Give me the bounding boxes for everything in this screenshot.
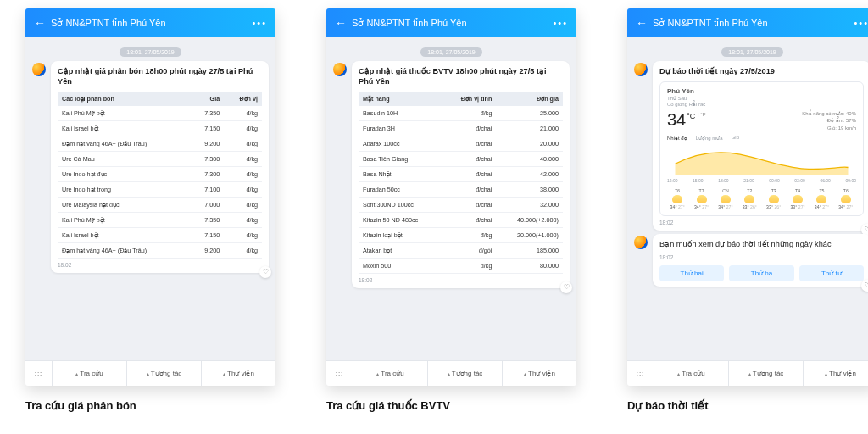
message-time: 18:02 [58, 262, 262, 268]
table-row: Ure Cà Mau7.300đ/kg [58, 151, 262, 166]
quick-reply-row: Thứ hai Thứ ba Thứ tư [659, 265, 864, 281]
tab-tuongtac[interactable]: ▴Tương tác [729, 361, 804, 386]
weather-card: Phú Yên Thứ SáuCó giông Rải rác 34°C | °… [659, 81, 864, 216]
card-title: Cập nhật giá phân bón 18h00 phút ngày 27… [58, 67, 262, 87]
react-icon[interactable]: ♡ [560, 281, 572, 293]
table-row: Moxin 500đ/kg80.000 [359, 258, 563, 273]
table-row: Furadan 3Hđ/chai21.000 [359, 120, 563, 136]
message-time: 18:02 [659, 254, 864, 260]
table-row: Kali Israel bột7.150đ/kg [58, 227, 262, 242]
avatar [634, 63, 648, 76]
header-title: Sở NN&PTNT tỉnh Phú Yên [51, 18, 252, 29]
panel-caption: Tra cứu giá phân bón [25, 399, 275, 412]
quick-reply-chip[interactable]: Thứ hai [659, 265, 724, 281]
price-card: Cập nhật giá phân bón 18h00 phút ngày 27… [51, 61, 269, 273]
table-row: Đạm hạt vàng 46A+ (Đầu Trâu)9.200đ/kg [58, 242, 262, 258]
date-divider: 18:01, 27/05/2019 [634, 42, 868, 58]
table-row: Furadan 50ccđ/chai38.000 [359, 181, 563, 197]
weather-icon [841, 195, 851, 203]
chat-header: ← Sở NN&PTNT tỉnh Phú Yên ••• [627, 8, 868, 37]
forecast-day: T534° 27° [811, 188, 832, 210]
tab-thuvien[interactable]: ▴Thư viện [202, 361, 275, 386]
react-icon[interactable]: ♡ [259, 266, 271, 278]
weather-icon [816, 195, 826, 203]
table-row: Sofit 300ND 100ccđ/chai32.000 [359, 197, 563, 212]
pesticide-price-table: Mặt hàng Đơn vị tính Đơn giá Basudin 10H… [359, 92, 563, 274]
price-card: Cập nhật giá thuốc BVTV 18h00 phút ngày … [352, 61, 570, 288]
forecast-day: CN34° 27° [715, 188, 736, 210]
followup-text: Bạn muốn xem dự báo thời tiết những ngày… [659, 240, 864, 250]
tab-thuvien[interactable]: ▴Thư viện [503, 361, 576, 386]
tab-tuongtac[interactable]: ▴Tương tác [127, 361, 202, 386]
table-row: Kitazin 50 ND 480ccđ/chai40.000(+2.000) [359, 212, 563, 227]
table-row: Kali Phú Mỹ bột7.350đ/kg [58, 212, 262, 227]
forecast-day: T333° 26° [764, 188, 784, 210]
more-icon[interactable]: ••• [553, 18, 568, 28]
avatar [634, 236, 648, 249]
followup-bubble: Bạn muốn xem dự báo thời tiết những ngày… [653, 234, 868, 287]
panel-caption: Tra cứu giá thuốc BVTV [326, 399, 576, 412]
table-row: Kitazin loại bộtđ/kg20.000(+1.000) [359, 227, 563, 242]
react-icon[interactable]: ♡ [861, 280, 868, 292]
table-row: Ure Malaysia hạt đục7.000đ/kg [58, 197, 262, 212]
table-row: Atakan bộtđ/gói185.000 [359, 242, 563, 258]
message: Cập nhật giá thuốc BVTV 18h00 phút ngày … [333, 61, 570, 288]
panel-caption: Dự báo thời tiết [627, 399, 868, 412]
bottom-bar: ::: ▴Tra cứu ▴Tương tác ▴Thư viện [25, 360, 275, 386]
message-followup: Bạn muốn xem dự báo thời tiết những ngày… [634, 234, 868, 287]
bottom-bar: ::: ▴Tra cứu ▴Tương tác ▴Thư viện [326, 360, 576, 386]
tab-thuvien[interactable]: ▴Thư viện [804, 361, 868, 386]
table-row: Abafax 100ccđ/chai20.000 [359, 136, 563, 151]
weather-icon [769, 195, 779, 203]
message-time: 18:02 [359, 277, 563, 283]
chat-header: ← Sở NN&PTNT tỉnh Phú Yên ••• [25, 8, 275, 37]
quick-reply-chip[interactable]: Thứ tư [799, 265, 864, 281]
keyboard-icon[interactable]: ::: [25, 361, 53, 386]
weather-meta: Khả năng có mưa: 40% Độ ẩm: 57% Gió: 19 … [802, 110, 856, 131]
more-icon[interactable]: ••• [854, 18, 868, 28]
message-time: 18:02 [659, 220, 864, 225]
weather-hour-axis: 12:0015:0018:0021:0000:0003:0006:0009:00 [667, 178, 856, 183]
table-row: Basa Tiên Giangđ/chai40.000 [359, 151, 563, 166]
forecast-day: T433° 27° [787, 188, 808, 210]
message-weather: Dự báo thời tiết ngày 27/5/2019 Phú Yên … [634, 61, 868, 231]
quick-reply-chip[interactable]: Thứ ba [729, 265, 793, 281]
forecast-day: T734° 27° [691, 188, 711, 210]
card-title: Dự báo thời tiết ngày 27/5/2019 [659, 67, 864, 77]
table-row: Kali Phú Mỹ bột7.350đ/kg [58, 106, 262, 121]
fertilizer-price-table: Các loại phân bón Giá Đơn vị Kali Phú Mỹ… [58, 92, 262, 259]
message: Cập nhật giá phân bón 18h00 phút ngày 27… [32, 61, 269, 273]
back-icon[interactable]: ← [34, 16, 46, 30]
table-row: Basa Nhậtđ/chai42.000 [359, 166, 563, 181]
date-divider: 18:01, 27/05/2019 [32, 42, 269, 58]
date-divider: 18:01, 27/05/2019 [333, 42, 570, 58]
weather-location: Phú Yên [667, 87, 856, 95]
back-icon[interactable]: ← [335, 16, 347, 30]
table-row: Ure Indo hạt đục7.300đ/kg [58, 166, 262, 181]
forecast-day: T233° 26° [739, 188, 760, 210]
weather-icon [793, 195, 803, 203]
tab-tuongtac[interactable]: ▴Tương tác [428, 361, 503, 386]
weather-temp-chart-icon [667, 146, 856, 175]
chat-header: ← Sở NN&PTNT tỉnh Phú Yên ••• [326, 8, 576, 37]
weather-temp: 34°C | °F [667, 110, 705, 130]
tab-tracuu[interactable]: ▴Tra cứu [53, 361, 127, 386]
back-icon[interactable]: ← [636, 16, 648, 30]
table-row: Ure Indo hạt trong7.100đ/kg [58, 181, 262, 197]
avatar [32, 63, 46, 76]
header-title: Sở NN&PTNT tỉnh Phú Yên [653, 18, 854, 29]
phone-screen-3: ← Sở NN&PTNT tỉnh Phú Yên ••• 18:01, 27/… [627, 8, 868, 386]
weather-day-forecast: T634° 27°T734° 27°CN34° 27°T233° 26°T333… [667, 188, 856, 210]
table-row: Kali Israel bột7.150đ/kg [58, 120, 262, 136]
weather-card-bubble: Dự báo thời tiết ngày 27/5/2019 Phú Yên … [653, 61, 868, 231]
table-row: Đạm hạt vàng 46A+ (Đầu Trâu)9.200đ/kg [58, 136, 262, 151]
forecast-day: T634° 27° [836, 188, 856, 210]
weather-icon [721, 195, 731, 203]
header-title: Sở NN&PTNT tỉnh Phú Yên [352, 18, 553, 29]
keyboard-icon[interactable]: ::: [627, 361, 654, 386]
more-icon[interactable]: ••• [252, 18, 267, 28]
bottom-bar: ::: ▴Tra cứu ▴Tương tác ▴Thư viện [627, 360, 868, 386]
tab-tracuu[interactable]: ▴Tra cứu [654, 361, 729, 386]
keyboard-icon[interactable]: ::: [326, 361, 353, 386]
tab-tracuu[interactable]: ▴Tra cứu [353, 361, 428, 386]
